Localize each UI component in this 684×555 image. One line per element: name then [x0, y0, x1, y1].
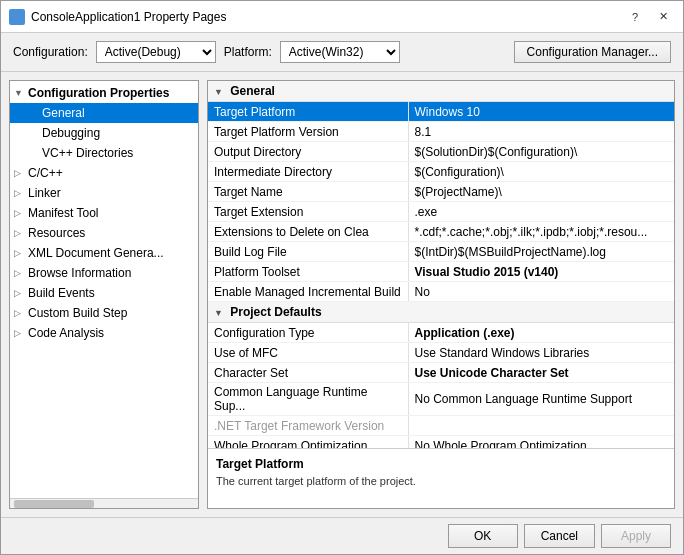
left-panel: ▼ Configuration Properties General Debug…	[9, 80, 199, 509]
table-row[interactable]: Common Language Runtime Sup... No Common…	[208, 383, 674, 416]
help-button[interactable]: ?	[623, 7, 647, 27]
ok-button[interactable]: OK	[448, 524, 518, 548]
sidebar-item-label: Debugging	[42, 126, 100, 140]
table-row[interactable]: Target Name $(ProjectName)\	[208, 182, 674, 202]
sidebar-item-label: XML Document Genera...	[28, 246, 164, 260]
table-row[interactable]: Use of MFC Use Standard Windows Librarie…	[208, 343, 674, 363]
prop-name: Whole Program Optimization	[208, 436, 408, 449]
prop-name: Common Language Runtime Sup...	[208, 383, 408, 416]
table-row[interactable]: Target Platform Version 8.1	[208, 122, 674, 142]
sidebar-item-vc-dirs[interactable]: VC++ Directories	[10, 143, 198, 163]
prop-name: Target Name	[208, 182, 408, 202]
title-bar-left: ConsoleApplication1 Property Pages	[9, 9, 226, 25]
sidebar-item-label: Build Events	[28, 286, 95, 300]
section-general-label: ▼ General	[208, 81, 674, 102]
title-bar: ConsoleApplication1 Property Pages ? ✕	[1, 1, 683, 33]
linker-arrow: ▷	[14, 188, 28, 198]
description-title: Target Platform	[216, 457, 666, 471]
config-select[interactable]: Active(Debug)	[96, 41, 216, 63]
sidebar-item-label: Browse Information	[28, 266, 131, 280]
root-label: Configuration Properties	[28, 86, 169, 100]
sidebar-item-code-analysis[interactable]: ▷ Code Analysis	[10, 323, 198, 343]
prop-value: 8.1	[408, 122, 674, 142]
app-icon	[9, 9, 25, 25]
sidebar-item-debugging[interactable]: Debugging	[10, 123, 198, 143]
right-panel: ▼ General Target Platform Windows 10 Tar…	[207, 80, 675, 509]
manifest-arrow: ▷	[14, 208, 28, 218]
prop-name: Output Directory	[208, 142, 408, 162]
toolbar: Configuration: Active(Debug) Platform: A…	[1, 33, 683, 72]
description-box: Target Platform The current target platf…	[208, 448, 674, 508]
section-project-defaults-header: ▼ Project Defaults	[208, 302, 674, 323]
prop-value: Application (.exe)	[408, 323, 674, 343]
sidebar-item-manifest[interactable]: ▷ Manifest Tool	[10, 203, 198, 223]
sidebar-item-linker[interactable]: ▷ Linker	[10, 183, 198, 203]
table-row[interactable]: Character Set Use Unicode Character Set	[208, 363, 674, 383]
sidebar-item-label: Code Analysis	[28, 326, 104, 340]
sidebar-item-label: C/C++	[28, 166, 63, 180]
prop-name: Configuration Type	[208, 323, 408, 343]
prop-value: No Common Language Runtime Support	[408, 383, 674, 416]
prop-name: Character Set	[208, 363, 408, 383]
sidebar-item-resources[interactable]: ▷ Resources	[10, 223, 198, 243]
left-scrollbar[interactable]	[10, 498, 198, 508]
property-pages-dialog: ConsoleApplication1 Property Pages ? ✕ C…	[0, 0, 684, 555]
prop-name: .NET Target Framework Version	[208, 416, 408, 436]
close-button[interactable]: ✕	[651, 7, 675, 27]
table-row[interactable]: Intermediate Directory $(Configuration)\	[208, 162, 674, 182]
scroll-thumb	[14, 500, 94, 508]
sidebar-item-build-events[interactable]: ▷ Build Events	[10, 283, 198, 303]
platform-label: Platform:	[224, 45, 272, 59]
prop-value: $(SolutionDir)$(Configuration)\	[408, 142, 674, 162]
prop-value: Use Unicode Character Set	[408, 363, 674, 383]
table-row[interactable]: .NET Target Framework Version	[208, 416, 674, 436]
prop-name: Enable Managed Incremental Build	[208, 282, 408, 302]
footer: OK Cancel Apply	[1, 517, 683, 554]
table-row[interactable]: Whole Program Optimization No Whole Prog…	[208, 436, 674, 449]
prop-value: .exe	[408, 202, 674, 222]
sidebar-item-label: Manifest Tool	[28, 206, 98, 220]
table-row[interactable]: Output Directory $(SolutionDir)$(Configu…	[208, 142, 674, 162]
sidebar-item-general[interactable]: General	[10, 103, 198, 123]
platform-select[interactable]: Active(Win32)	[280, 41, 400, 63]
sidebar-item-label: Custom Build Step	[28, 306, 127, 320]
tree-root[interactable]: ▼ Configuration Properties	[10, 83, 198, 103]
dialog-title: ConsoleApplication1 Property Pages	[31, 10, 226, 24]
table-row[interactable]: Platform Toolset Visual Studio 2015 (v14…	[208, 262, 674, 282]
custombuild-arrow: ▷	[14, 308, 28, 318]
sidebar-item-label: General	[42, 106, 85, 120]
table-row[interactable]: Target Platform Windows 10	[208, 102, 674, 122]
properties-table: ▼ General Target Platform Windows 10 Tar…	[208, 81, 674, 448]
main-content: ▼ Configuration Properties General Debug…	[1, 72, 683, 517]
prop-value: Use Standard Windows Libraries	[408, 343, 674, 363]
table-row[interactable]: Target Extension .exe	[208, 202, 674, 222]
sidebar-item-browse-info[interactable]: ▷ Browse Information	[10, 263, 198, 283]
tree-section: ▼ Configuration Properties General Debug…	[10, 81, 198, 345]
browseinfo-arrow: ▷	[14, 268, 28, 278]
config-manager-button[interactable]: Configuration Manager...	[514, 41, 671, 63]
prop-value: *.cdf;*.cache;*.obj;*.ilk;*.ipdb;*.iobj;…	[408, 222, 674, 242]
sidebar-item-label: Resources	[28, 226, 85, 240]
prop-value: $(Configuration)\	[408, 162, 674, 182]
root-arrow: ▼	[14, 88, 28, 98]
prop-value: Visual Studio 2015 (v140)	[408, 262, 674, 282]
prop-value: $(ProjectName)\	[408, 182, 674, 202]
apply-button[interactable]: Apply	[601, 524, 671, 548]
sidebar-item-label: Linker	[28, 186, 61, 200]
sidebar-item-xml-doc[interactable]: ▷ XML Document Genera...	[10, 243, 198, 263]
prop-value: No Whole Program Optimization	[408, 436, 674, 449]
sidebar-item-c-cpp[interactable]: ▷ C/C++	[10, 163, 198, 183]
table-row[interactable]: Enable Managed Incremental Build No	[208, 282, 674, 302]
cancel-button[interactable]: Cancel	[524, 524, 595, 548]
ccpp-arrow: ▷	[14, 168, 28, 178]
resources-arrow: ▷	[14, 228, 28, 238]
prop-name: Target Extension	[208, 202, 408, 222]
sidebar-item-custom-build[interactable]: ▷ Custom Build Step	[10, 303, 198, 323]
section-project-defaults-label: ▼ Project Defaults	[208, 302, 674, 323]
sidebar-item-label: VC++ Directories	[42, 146, 133, 160]
codeanalysis-arrow: ▷	[14, 328, 28, 338]
table-row[interactable]: Configuration Type Application (.exe)	[208, 323, 674, 343]
xmldoc-arrow: ▷	[14, 248, 28, 258]
table-row[interactable]: Extensions to Delete on Clea *.cdf;*.cac…	[208, 222, 674, 242]
table-row[interactable]: Build Log File $(IntDir)$(MSBuildProject…	[208, 242, 674, 262]
